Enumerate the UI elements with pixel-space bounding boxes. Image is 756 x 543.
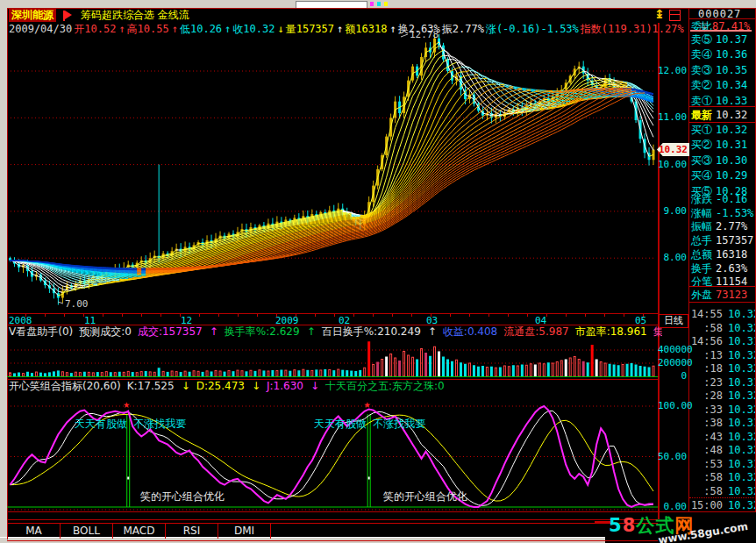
indicator-annotation: 天天有股做 不涨找我要 — [75, 418, 186, 430]
strategy-menu[interactable]: 筹码超跌综合选 金线流 — [81, 9, 189, 22]
tick-price: 10.31 — [728, 375, 756, 389]
bid-row-value: 10.29 — [716, 168, 756, 182]
stat-row-value: 2.77% — [716, 219, 756, 233]
svg-text:7.00: 7.00 — [65, 298, 89, 310]
trading-terminal-window: 深圳能源 筹码超跌综合选 金线流 ↨ 2009/04/30开10.52↑高10.… — [0, 0, 756, 543]
tick-time: :58 — [689, 470, 723, 484]
tick-price: 10.32 — [728, 348, 756, 362]
trend-arrow-icon: ↓ — [310, 380, 319, 392]
tab-rsi[interactable]: RSI — [165, 524, 218, 539]
stat-row-label: 振幅 — [691, 219, 712, 233]
tick-row: :2310.31 — [689, 375, 756, 389]
ask-row-value: 10.35 — [716, 63, 756, 77]
stat-row-label: 换手 — [691, 261, 712, 275]
divider — [7, 511, 756, 512]
tick-price: 10.32 — [728, 498, 756, 511]
tick-row: :4810.32 — [689, 443, 756, 457]
stat-row: 涨幅-1.53% — [689, 206, 756, 220]
period-selector[interactable]: 日线 — [659, 314, 688, 328]
indicator-value: 十天百分之五:东方之珠:0 — [325, 380, 445, 392]
bid-row[interactable]: 买①10.32 — [689, 123, 756, 137]
main-right-axis-line — [658, 23, 660, 519]
ask-row[interactable]: 卖④10.36 — [689, 47, 756, 61]
stock-name[interactable]: 深圳能源 — [9, 9, 56, 22]
tick-time: :33 — [689, 403, 723, 417]
price-axis-label: 11.00 — [658, 112, 687, 123]
indicator-value: J:1.630 — [267, 380, 303, 392]
volume-axis-label: 200000 — [658, 358, 687, 368]
stat-row-label: 总手 — [691, 233, 712, 247]
ask-row[interactable]: 卖⑤10.37 — [689, 32, 756, 46]
price-axis-label: 10.00 — [658, 160, 687, 170]
kdj-chart[interactable]: ★★天天有股做 不涨找我要天天有股做 不涨找我要笑的开心组合优化笑的开心组合优化 — [7, 392, 658, 511]
indicator-annotation: 笑的开心组合优化 — [140, 490, 225, 503]
latest-price-row-label: 最新 — [691, 108, 712, 122]
indicator-value: 百日换手%:210.249 — [322, 325, 421, 338]
tick-price: 10.32 — [728, 443, 756, 457]
trend-arrow-icon: ↑ — [210, 325, 218, 338]
volume-indicator-header[interactable]: V看盘助手(0)预测成交:0成交:157357↑换手率%:2.629↑百日换手%… — [9, 325, 662, 338]
svg-text:12.78: 12.78 — [410, 29, 439, 40]
ask-row-label: 卖② — [691, 78, 712, 92]
tick-time: :18 — [689, 361, 723, 375]
tab-dmi[interactable]: DMI — [218, 524, 271, 539]
volume-chart[interactable] — [7, 339, 658, 379]
tick-price: 10.32 — [728, 361, 756, 375]
tick-price: 10.32 — [728, 321, 756, 335]
tick-price: 10.32 — [728, 484, 756, 498]
tab-boll[interactable]: BOLL — [60, 524, 113, 539]
ask-row-label: 卖⑤ — [691, 32, 712, 46]
tick-price: 10.31 — [728, 416, 756, 430]
trend-arrow-icon: ↑ — [307, 325, 316, 338]
kdj-axis-label: 50.00 — [658, 452, 687, 462]
indicator-value: 换手率%:2.629 — [225, 325, 300, 338]
buy-signal-star-icon: ★ — [364, 397, 371, 411]
trend-arrow-icon: ↓ — [182, 380, 190, 392]
kline-chart[interactable]: 12.787.00 — [7, 25, 658, 314]
price-axis-label: 12.00 — [658, 66, 687, 76]
ask-row[interactable]: 卖③10.35 — [689, 63, 756, 77]
tick-row: :1310.32 — [689, 348, 756, 362]
kdj-axis-label: 100.00 — [658, 401, 687, 411]
tick-price: 10.31 — [728, 334, 756, 348]
watermark: 58公式网 www.58gu.com — [603, 513, 756, 543]
stat-row: 振幅2.77% — [689, 219, 756, 233]
tick-row: :4310.32 — [689, 430, 756, 444]
time-axis: 20081112200902030405 — [7, 314, 658, 325]
tick-row: :2810.32 — [689, 389, 756, 403]
grid-layout-icon[interactable] — [669, 10, 681, 21]
bid-row[interactable]: 买④10.29 — [689, 168, 756, 182]
bid-row[interactable]: 买②10.31 — [689, 138, 756, 152]
ask-row-value: 10.36 — [716, 47, 756, 61]
waipan-row: 外盘73123 — [689, 288, 756, 302]
bid-row-label: 买① — [691, 123, 712, 137]
updown-arrows-icon[interactable]: ↨ — [654, 7, 665, 21]
waipan-row-value: 73123 — [716, 288, 756, 302]
toolbar-indicator-icon — [384, 2, 388, 6]
tick-price: 10.32 — [728, 389, 756, 403]
kdj-indicator-header[interactable]: 开心笑组合指标(20,60)K:17.525↓D:25.473↓J:1.630↓… — [9, 380, 662, 392]
divider — [7, 519, 658, 520]
indicator-value: 开心笑组合指标(20,60) — [9, 380, 121, 392]
indicator-value: 市盈率:18.961 — [575, 325, 647, 338]
stat-row: 换手2.63% — [689, 261, 756, 275]
tick-time: :58 — [689, 321, 723, 335]
ask-row[interactable]: 卖②10.34 — [689, 78, 756, 92]
tick-row: :5810.32 — [689, 321, 756, 335]
tick-row: 15:0010.32 — [689, 497, 756, 511]
indicator-annotation: 天天有股做 不涨找我要 — [314, 418, 425, 430]
indicator-value: 收益:0.408 — [443, 325, 497, 338]
latest-price-row: 最新10.32 — [689, 108, 756, 122]
indicator-value: V看盘助手(0) — [9, 325, 73, 338]
stat-row-value: 2.63% — [716, 261, 756, 275]
tick-time: :53 — [689, 457, 723, 471]
bid-row-value: 10.31 — [716, 138, 756, 152]
last-price-tag: 10.32 — [657, 143, 689, 156]
price-axis-label: 8.00 — [658, 253, 687, 263]
tab-macd[interactable]: MACD — [112, 524, 166, 539]
toolbar-indicator-icon — [377, 2, 381, 6]
tab-ma[interactable]: MA — [7, 524, 61, 539]
bid-row[interactable]: 买③10.30 — [689, 154, 756, 168]
watermark-text: 8 — [623, 515, 637, 536]
tick-time: :38 — [689, 416, 723, 430]
